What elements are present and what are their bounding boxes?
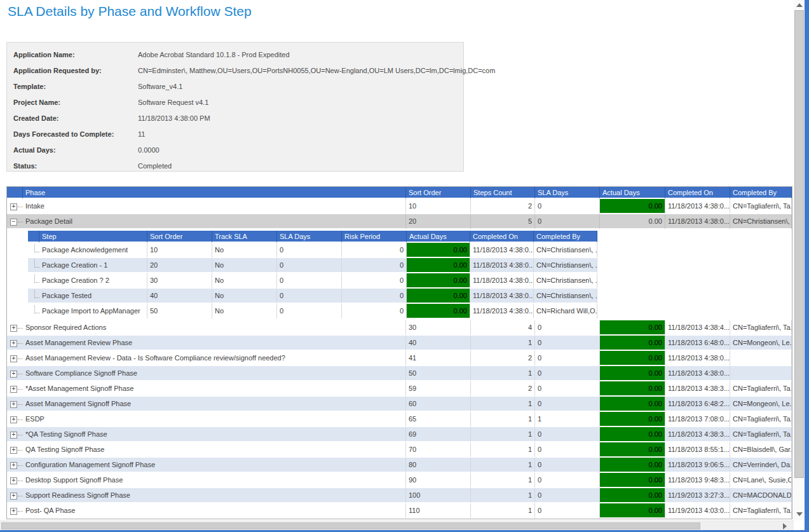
phase-name: *QA Testing Signoff Phase — [23, 427, 406, 442]
step-completed-on: 11/18/2013 4:38:0... — [470, 289, 534, 304]
phase-sort-order: 80 — [406, 458, 471, 473]
tree-connector-icon — [18, 481, 23, 481]
phase-name: Asset Management Review Phase — [23, 336, 406, 351]
phase-completed-on: 11/18/2013 4:38:0... — [665, 199, 730, 214]
phase-name: ESDP — [23, 412, 406, 427]
info-field-row: Days Forecasted to Complete:11 — [13, 126, 463, 142]
phase-row[interactable]: +Desktop Support Signoff Phase90100.0011… — [7, 473, 792, 488]
expand-icon[interactable]: + — [10, 508, 17, 515]
step-row[interactable]: Package Creation - 120No000.0011/18/2013… — [28, 258, 598, 273]
phase-completed-on: 11/18/2013 7:08:0... — [665, 412, 730, 427]
horizontal-scrollbar[interactable] — [0, 521, 794, 530]
info-field-row: Actual Days:0.0000 — [13, 142, 463, 158]
phase-column-header: SLA Days — [535, 187, 600, 199]
expand-icon[interactable]: + — [10, 203, 17, 210]
phase-row[interactable]: +ESDP65110.0011/18/2013 7:08:0...CN=Tagl… — [7, 412, 792, 427]
scroll-down-icon[interactable] — [796, 512, 803, 516]
step-column-header: Actual Days — [407, 231, 470, 243]
phase-row[interactable]: +Post- QA Phase110100.0011/19/2013 4:03:… — [7, 503, 792, 519]
expand-icon[interactable]: + — [10, 477, 17, 484]
sla-report-page: SLA Details by Phase and Workflow Step A… — [0, 0, 809, 532]
phase-sort-order: 65 — [406, 412, 471, 427]
phase-row[interactable]: +Asset Management Review Phase40100.0011… — [7, 336, 792, 351]
step-track-sla: No — [212, 243, 277, 258]
info-field-row: Status:Completed — [13, 158, 463, 174]
info-field-label: Template: — [13, 83, 138, 90]
info-field-value: Completed — [138, 162, 172, 170]
phase-row[interactable]: +Intake10200.0011/18/2013 4:38:0...CN=Ta… — [7, 199, 792, 214]
step-name: Package Acknowledgement — [39, 243, 147, 258]
step-completed-on: 11/18/2013 4:38:0... — [470, 304, 534, 319]
tree-connector-icon — [18, 404, 23, 405]
phase-steps-count: 1 — [471, 412, 535, 427]
horizontal-scrollbar-thumb[interactable] — [1, 522, 700, 529]
scroll-up-icon[interactable] — [796, 3, 803, 7]
phase-completed-by: CN=Christiansen\, ... — [730, 214, 792, 229]
step-tree-cell — [28, 243, 39, 258]
phase-name: QA Testing Signoff Phase — [23, 442, 406, 458]
info-field-value: CN=Edminster\, Matthew,OU=Users,OU=Ports… — [138, 67, 495, 74]
phase-completed-by: CN=Mongeon\, Le... — [730, 336, 792, 351]
phase-row[interactable]: +*Asset Management Signoff Phase59200.00… — [7, 381, 792, 397]
info-field-label: Created Date: — [13, 114, 138, 122]
expand-icon[interactable]: + — [10, 325, 17, 332]
info-field-label: Days Forecasted to Complete: — [13, 130, 138, 138]
phase-row[interactable]: +Sponsor Required Actions30400.0011/18/2… — [7, 320, 792, 336]
info-field-label: Actual Days: — [13, 146, 138, 154]
phase-column-header: Actual Days — [600, 187, 665, 199]
expand-icon[interactable]: + — [10, 447, 17, 454]
expand-icon[interactable]: + — [10, 432, 17, 439]
collapse-icon[interactable]: − — [10, 219, 17, 226]
expand-icon[interactable]: + — [10, 493, 17, 500]
phase-name: Support Readiness Signoff Phase — [23, 488, 406, 503]
phase-table: PhaseSort OrderSteps CountSLA DaysActual… — [6, 186, 792, 519]
phase-completed-by: CN=Tagliaferri\, Ta... — [730, 412, 792, 427]
scroll-right-icon[interactable] — [783, 523, 787, 529]
step-risk-period: 0 — [342, 243, 407, 258]
step-completed-by: CN=Christiansen\, ... — [534, 289, 597, 304]
expand-icon[interactable]: + — [10, 462, 17, 469]
step-sort-order: 20 — [147, 258, 212, 273]
phase-row[interactable]: −Package Detail20500.0011/18/2013 4:38:0… — [7, 214, 792, 229]
phase-row[interactable]: +Asset Management Review - Data - Is Sof… — [7, 351, 792, 366]
step-row[interactable]: Package Import to AppManager50No000.0011… — [28, 304, 598, 319]
phase-completed-on: 11/18/2013 9:06:5... — [665, 458, 730, 473]
phase-row[interactable]: +QA Testing Signoff Phase70100.0011/18/2… — [7, 442, 792, 458]
step-tree-cell — [28, 273, 39, 289]
phase-row[interactable]: +Software Compliance Signoff Phase50100.… — [7, 366, 792, 381]
expand-icon[interactable]: + — [10, 371, 17, 378]
phase-row[interactable]: +Configuration Management Signoff Phase8… — [7, 458, 792, 473]
info-field-value: 11/18/2013 4:38:00 PM — [138, 114, 210, 122]
step-row[interactable]: Package Tested40No000.0011/18/2013 4:38:… — [28, 289, 598, 304]
expand-icon[interactable]: + — [10, 355, 17, 362]
step-completed-on: 11/18/2013 4:38:0... — [470, 243, 534, 258]
step-row[interactable]: Package Acknowledgement10No000.0011/18/2… — [28, 243, 598, 258]
tree-connector-icon — [34, 244, 39, 252]
phase-name: Post- QA Phase — [23, 503, 406, 519]
phase-actual-days: 0.00 — [600, 473, 665, 488]
expand-icon[interactable]: + — [10, 340, 17, 347]
tree-connector-icon — [18, 389, 23, 390]
expand-icon[interactable]: + — [10, 401, 17, 408]
expand-icon[interactable]: + — [10, 416, 17, 423]
step-completed-by: CN=Christiansen\, ... — [534, 243, 597, 258]
tree-connector-icon — [18, 358, 23, 359]
info-field-value: Software Request v4.1 — [138, 99, 208, 106]
step-completed-by: CN=Christiansen\, ... — [534, 258, 597, 273]
step-name: Package Import to AppManager — [39, 304, 147, 319]
phase-steps-count: 1 — [471, 397, 535, 412]
vertical-scrollbar-thumb[interactable] — [794, 10, 804, 478]
phase-actual-days: 0.00 — [600, 488, 665, 503]
step-row[interactable]: Package Creation ? 230No000.0011/18/2013… — [28, 273, 598, 289]
step-risk-period: 0 — [342, 258, 407, 273]
phase-row[interactable]: +*QA Testing Signoff Phase69100.0011/18/… — [7, 427, 792, 442]
phase-row[interactable]: +Support Readiness Signoff Phase100100.0… — [7, 488, 792, 503]
info-field-value: 0.0000 — [138, 146, 160, 154]
step-tree-cell — [28, 304, 39, 319]
step-completed-by: CN=Richard Will,O... — [534, 304, 597, 319]
phase-name: Asset Management Signoff Phase — [23, 397, 406, 412]
vertical-scrollbar[interactable] — [794, 0, 805, 521]
phase-row[interactable]: +Asset Management Signoff Phase60100.001… — [7, 397, 792, 412]
phase-completed-by: CN=Tagliaferri\, Ta... — [730, 199, 792, 214]
expand-icon[interactable]: + — [10, 386, 17, 393]
